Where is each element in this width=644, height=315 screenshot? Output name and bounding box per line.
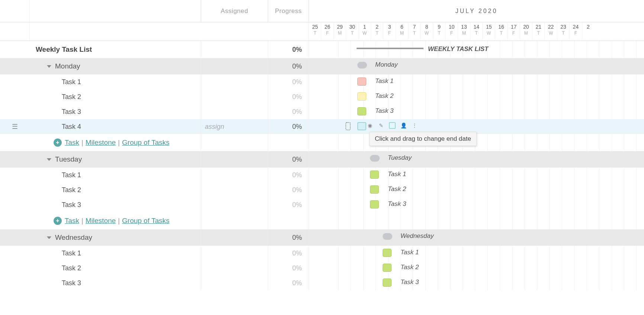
- task-progress: 0%: [268, 197, 309, 212]
- task-progress: 0%: [268, 168, 309, 182]
- drag-tooltip: Click and drag to change end date: [369, 132, 477, 146]
- project-bar-label: WEEKLY TASK LIST: [428, 45, 488, 53]
- task-row[interactable]: Task 2 0% Task 2: [0, 89, 644, 104]
- task-row-active[interactable]: ☰ Task 4 assign 0% ◉ ✎ 👤 ⋮: [0, 119, 644, 134]
- drag-end-handle[interactable]: ◉: [367, 122, 373, 129]
- date-column[interactable]: 1W: [358, 22, 371, 41]
- date-column[interactable]: 15W: [482, 22, 495, 41]
- add-task-link[interactable]: Task: [65, 139, 79, 147]
- date-column[interactable]: 22W: [544, 22, 557, 41]
- date-header-row: 25T26F29M30T1W2T3F6M7T8W9T10F13M14T15W16…: [0, 22, 644, 41]
- collapse-caret-icon[interactable]: [47, 236, 51, 239]
- task-label[interactable]: Task 4: [30, 123, 201, 131]
- task-bar[interactable]: [383, 264, 392, 272]
- task-bar[interactable]: [370, 200, 379, 209]
- task-label[interactable]: Task 1: [30, 171, 201, 179]
- task-label[interactable]: Task 1: [30, 249, 201, 257]
- date-column[interactable]: 29M: [334, 22, 346, 41]
- date-column[interactable]: 7T: [408, 22, 420, 41]
- task-label[interactable]: Task 3: [30, 279, 201, 287]
- add-plus-icon[interactable]: +: [54, 217, 62, 225]
- date-column[interactable]: 20M: [520, 22, 532, 41]
- task-label[interactable]: Task 2: [30, 264, 201, 272]
- date-column[interactable]: 30T: [346, 22, 358, 41]
- task-bar[interactable]: [357, 77, 366, 86]
- collapse-caret-icon[interactable]: [47, 65, 51, 68]
- task-label[interactable]: Task 3: [30, 201, 201, 209]
- task-bar[interactable]: [357, 107, 366, 115]
- date-column[interactable]: 14T: [470, 22, 482, 41]
- task-progress: 0%: [268, 119, 309, 134]
- task-label[interactable]: Task 1: [30, 78, 201, 86]
- task-bar[interactable]: [370, 185, 379, 194]
- group-row-tuesday[interactable]: Tuesday 0% Tuesday: [0, 151, 644, 168]
- task-row[interactable]: Task 2 0% Task 2: [0, 261, 644, 276]
- task-progress: 0%: [268, 261, 309, 276]
- task-bar[interactable]: [383, 279, 392, 287]
- group-row-monday[interactable]: Monday 0% Monday: [0, 58, 644, 74]
- date-column[interactable]: 2: [582, 22, 594, 41]
- date-column[interactable]: 23T: [557, 22, 569, 41]
- add-plus-icon[interactable]: +: [54, 139, 62, 147]
- task-row[interactable]: Task 3 0% Task 3: [0, 104, 644, 119]
- task-label[interactable]: Task 2: [30, 93, 201, 101]
- group-row-wednesday[interactable]: Wednesday 0% Wednesday: [0, 229, 644, 246]
- group-pill[interactable]: [357, 62, 367, 69]
- row-menu-icon[interactable]: ☰: [12, 122, 18, 131]
- date-column[interactable]: 24F: [569, 22, 582, 41]
- task-bar[interactable]: [370, 171, 379, 179]
- task-progress: 0%: [268, 276, 309, 290]
- task-progress: 0%: [268, 182, 309, 197]
- project-summary-bar[interactable]: [357, 48, 424, 49]
- add-group-link[interactable]: Group of Tasks: [122, 139, 169, 147]
- more-options-icon[interactable]: ⋮: [411, 122, 418, 129]
- collapse-caret-icon[interactable]: [47, 158, 51, 161]
- task-progress: 0%: [268, 74, 309, 89]
- add-row: + Task | Milestone | Group of Tasks Clic…: [0, 134, 644, 151]
- add-task-link[interactable]: Task: [65, 217, 79, 225]
- date-column[interactable]: 8W: [421, 22, 433, 41]
- group-label: Monday: [55, 62, 80, 70]
- task-label[interactable]: Task 2: [30, 186, 201, 194]
- project-title[interactable]: Weekly Task List: [30, 45, 201, 54]
- date-column[interactable]: 2T: [371, 22, 383, 41]
- project-row[interactable]: Weekly Task List 0% WEEKLY TASK LIST: [0, 41, 644, 58]
- task-row[interactable]: Task 1 0% Task 1: [0, 168, 644, 182]
- group-label: Tuesday: [55, 155, 82, 163]
- assigned-header: Assigned: [201, 0, 268, 22]
- date-column[interactable]: 16T: [495, 22, 507, 41]
- group-pill[interactable]: [383, 233, 392, 240]
- task-row[interactable]: Task 1 0% Task 1: [0, 74, 644, 89]
- task-row[interactable]: Task 1 0% Task 1: [0, 246, 644, 261]
- date-column[interactable]: 3F: [383, 22, 395, 41]
- task-bar[interactable]: [383, 249, 392, 257]
- date-column[interactable]: 6M: [396, 22, 408, 41]
- date-column[interactable]: 26F: [321, 22, 333, 41]
- date-column[interactable]: 9T: [433, 22, 445, 41]
- date-column[interactable]: 17F: [507, 22, 519, 41]
- task-bar-active[interactable]: [357, 122, 366, 130]
- date-column[interactable]: 10F: [445, 22, 457, 41]
- add-milestone-link[interactable]: Milestone: [86, 217, 116, 225]
- task-row[interactable]: Task 3 0% Task 3: [0, 197, 644, 212]
- task-label[interactable]: Task 3: [30, 108, 201, 116]
- group-label: Wednesday: [55, 233, 92, 242]
- assign-field[interactable]: assign: [201, 119, 268, 134]
- add-milestone-link[interactable]: Milestone: [86, 139, 116, 147]
- group-progress: 0%: [268, 58, 309, 74]
- date-column[interactable]: 25T: [309, 22, 321, 41]
- assign-person-icon[interactable]: 👤: [400, 122, 407, 129]
- task-bar[interactable]: [357, 92, 366, 101]
- task-row[interactable]: Task 2 0% Task 2: [0, 182, 644, 197]
- add-group-link[interactable]: Group of Tasks: [122, 217, 169, 225]
- group-progress: 0%: [268, 229, 309, 246]
- date-column[interactable]: 21T: [532, 22, 544, 41]
- group-pill[interactable]: [370, 155, 380, 162]
- task-row[interactable]: Task 3 0% Task 3: [0, 276, 644, 290]
- color-picker-icon[interactable]: [389, 122, 396, 129]
- edit-icon[interactable]: ✎: [378, 122, 384, 129]
- add-row: + Task | Milestone | Group of Tasks: [0, 212, 644, 229]
- date-column[interactable]: 13M: [458, 22, 470, 41]
- drag-start-handle[interactable]: [345, 122, 351, 130]
- task-progress: 0%: [268, 89, 309, 104]
